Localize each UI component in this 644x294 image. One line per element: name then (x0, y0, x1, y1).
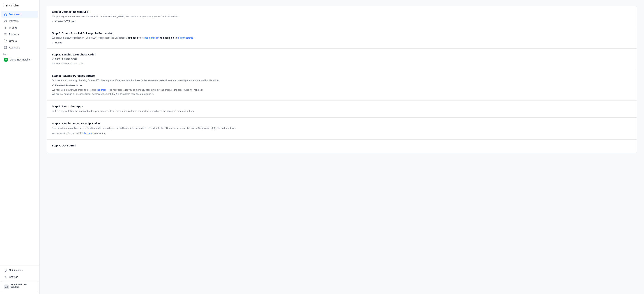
svg-text:$: $ (5, 26, 6, 29)
svg-point-7 (4, 34, 5, 34)
sidebar-item-label: Dashboard (9, 13, 22, 16)
users-icon (4, 19, 7, 23)
sidebar-item-dashboard[interactable]: Dashboard (1, 11, 38, 17)
step-2-desc-period: . (194, 36, 194, 39)
svg-point-15 (5, 277, 6, 277)
step-2-desc: We created a new organization (Demo EDI)… (52, 36, 632, 40)
user-name: Automated Test Supplier (10, 283, 35, 288)
steps-card: Step 1: Connecting with SFTP We typicall… (47, 6, 637, 153)
main-content: Step 1: Connecting with SFTP We typicall… (40, 0, 644, 294)
step-4-check-label: Received Purchase Order (55, 84, 82, 87)
step-4-extra-text1: We received a purchase order and created (52, 88, 97, 91)
sidebar-item-demo-edi[interactable]: EDI Demo EDI Retailer (1, 56, 38, 63)
cart-icon (4, 39, 7, 42)
step-4-section: Step 4: Reading Purchase Orders Our syst… (47, 70, 637, 100)
step-4-extra-text2: . The next step is for you to manually a… (107, 88, 203, 91)
step-5-title: Step 5: Sync other Apps (52, 105, 632, 108)
step-6-extra-text2: completely. (94, 132, 106, 134)
sidebar-item-label: App Store (9, 46, 20, 49)
main-nav: Dashboard Partners $ Pricing (0, 10, 39, 265)
step-6-extra: We are waiting for you to fulfill this o… (52, 131, 632, 135)
step-2-check-label: Ready (55, 41, 62, 44)
step-2-desc-bold1: You need to (128, 36, 142, 39)
sidebar: hendricks Dashboard Partners (0, 0, 40, 294)
sidebar-item-partners[interactable]: Partners (1, 18, 38, 24)
svg-rect-12 (6, 46, 7, 47)
sidebar-item-label: Orders (9, 39, 17, 42)
step-3-title: Step 3: Sending a Purchase Order (52, 53, 632, 56)
step-1-title: Step 1: Connecting with SFTP (52, 10, 632, 13)
sidebar-bottom: Notifications Settings Au Automated Test… (0, 265, 39, 294)
check-icon: ✓ (52, 84, 54, 87)
step-5-section: Step 5: Sync other Apps In this step, we… (47, 100, 637, 118)
bell-icon (4, 269, 7, 272)
step-2-section: Step 2: Create Price list & Assign to Pa… (47, 27, 637, 49)
svg-rect-14 (6, 48, 7, 49)
the-partnership-link[interactable]: the partnership (178, 36, 193, 39)
svg-rect-11 (4, 46, 6, 47)
step-4-extra: We received a purchase order and created… (52, 88, 632, 92)
sidebar-item-products[interactable]: Products (1, 31, 38, 37)
app-item-label: Demo EDI Retailer (10, 58, 31, 61)
app-logo: hendricks (0, 0, 39, 10)
list-icon (4, 33, 7, 36)
sidebar-item-label: Partners (9, 19, 18, 22)
step-3-section: Step 3: Sending a Purchase Order ✓ Sent … (47, 49, 637, 70)
step-6-desc: Similar to the regular flow, as you fulf… (52, 126, 632, 130)
app-badge: EDI (4, 58, 8, 61)
svg-point-1 (6, 20, 7, 21)
check-icon: ✓ (52, 20, 54, 23)
step-7-section: Step 7: Get Started (47, 140, 637, 153)
svg-point-0 (5, 20, 6, 21)
sidebar-item-label: Notifications (9, 269, 23, 272)
step-2-check: ✓ Ready (52, 41, 632, 44)
create-price-list-link[interactable]: create a price list (142, 36, 159, 39)
avatar: Au (4, 285, 9, 289)
sidebar-item-label: Pricing (9, 26, 17, 29)
step-1-section: Step 1: Connecting with SFTP We typicall… (47, 6, 637, 27)
apps-section-label: Apps (0, 51, 39, 56)
gear-icon (4, 275, 7, 279)
sidebar-item-label: Settings (9, 276, 18, 278)
user-sub: 1 (10, 288, 35, 291)
step-6-section: Step 6: Sending Advance Ship Notice Simi… (47, 118, 637, 140)
sidebar-item-notifications[interactable]: Notifications (1, 267, 38, 274)
the-order-link[interactable]: the order (97, 88, 106, 91)
step-4-title: Step 4: Reading Purchase Orders (52, 74, 632, 77)
sidebar-item-label: Products (9, 33, 19, 36)
sidebar-item-appstore[interactable]: App Store (1, 44, 38, 51)
step-5-desc: In this step, we follow the standard ord… (52, 109, 632, 113)
svg-rect-13 (4, 48, 6, 49)
this-order-link[interactable]: this order (84, 132, 94, 134)
step-6-title: Step 6: Sending Advance Ship Notice (52, 122, 632, 125)
grid-icon (4, 46, 7, 49)
step-1-check-label: Created SFTP user (55, 20, 75, 23)
step-2-title: Step 2: Create Price list & Assign to Pa… (52, 31, 632, 35)
step-7-title: Step 7: Get Started (52, 144, 632, 147)
user-account-item[interactable]: Au Automated Test Supplier 1 (1, 281, 38, 293)
step-3-check: ✓ Sent Purchase Order (52, 57, 632, 60)
step-3-check-label: Sent Purchase Order (55, 57, 77, 60)
check-icon: ✓ (52, 57, 54, 60)
sidebar-item-orders[interactable]: Orders (1, 38, 38, 44)
step-2-desc-text1: We created a new organization (Demo EDI)… (52, 36, 128, 39)
step-4-desc: Our system is constantly checking for ne… (52, 79, 632, 82)
svg-point-10 (6, 42, 6, 42)
step-3-extra: We sent a test purchase order. (52, 62, 632, 65)
step-4-extra-line2: We are not sending a Purchase Order Ackn… (52, 92, 632, 96)
check-icon: ✓ (52, 41, 54, 44)
step-2-desc-bold2: and assign it to (160, 36, 178, 39)
step-1-desc: We typically share EDI files over Secure… (52, 15, 632, 18)
step-6-extra-text1: We are waiting for you to fulfill (52, 132, 84, 134)
step-1-check: ✓ Created SFTP user (52, 20, 632, 23)
sidebar-item-pricing[interactable]: $ Pricing (1, 24, 38, 31)
svg-point-9 (5, 42, 6, 42)
svg-point-6 (4, 33, 5, 34)
home-icon (4, 13, 7, 16)
sidebar-item-settings[interactable]: Settings (1, 274, 38, 280)
step-4-check: ✓ Received Purchase Order (52, 84, 632, 87)
svg-point-8 (4, 35, 5, 35)
dollar-icon: $ (4, 26, 7, 29)
